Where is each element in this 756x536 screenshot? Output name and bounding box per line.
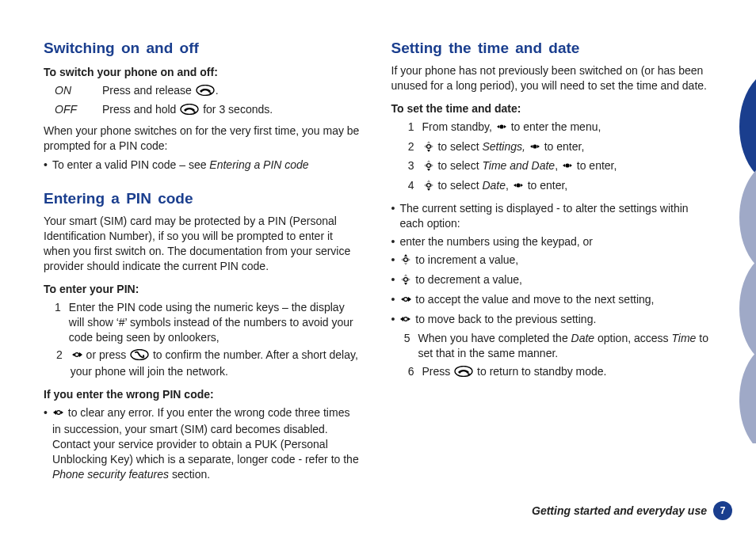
switch-paragraph: When your phone switches on for the very… [44, 124, 361, 154]
nav-up-icon [400, 254, 411, 269]
footer-text: Getting started and everyday use [532, 504, 707, 517]
off-label: OFF [55, 102, 102, 119]
heading-pin: Entering a PIN code [44, 190, 361, 207]
heading-switching: Switching on and off [44, 40, 361, 57]
sub-bullet-back: to move back to the previous setting. [391, 312, 709, 329]
set-time-label: To set the time and date: [391, 101, 709, 116]
right-column: Setting the time and date If your phone … [391, 24, 709, 485]
time-step-6: Press to return to standby mode. [422, 364, 607, 381]
sub-bullet-keypad: enter the numbers using the keypad, or [391, 234, 709, 249]
on-label: ON [55, 83, 102, 100]
sub-bullet-accept: to accept the value and move to the next… [391, 292, 709, 309]
time-paragraph: If your phone has not previously been sw… [391, 63, 709, 93]
current-setting-bullet: The current setting is displayed - to al… [391, 201, 709, 231]
pin-paragraph: Your smart (SIM) card may be protected b… [44, 214, 361, 274]
nav-down-icon [423, 160, 434, 175]
nav-center-icon [513, 180, 524, 195]
nav-right-icon [71, 349, 82, 364]
time-step-5: When you have completed the Date option,… [418, 331, 708, 361]
wrong-pin-bullet: to clear any error. If you enter the wro… [44, 405, 361, 481]
end-key-icon [180, 104, 199, 119]
nav-right-icon [400, 294, 411, 309]
nav-left-icon [53, 407, 64, 422]
page-number: 7 [713, 501, 732, 520]
switch-instruction-label: To switch your phone on and off: [44, 65, 361, 80]
nav-center-icon [529, 141, 540, 156]
end-key-icon [454, 366, 473, 381]
nav-down-icon [423, 180, 434, 195]
time-step-2: to select Settings, to enter, [422, 139, 585, 156]
side-tabs [727, 79, 756, 443]
pin-step-1: Enter the PIN code using the numeric key… [69, 300, 361, 345]
pin-step-2: or press to confirm the number. After a … [71, 348, 361, 379]
left-column: Switching on and off To switch your phon… [44, 24, 361, 485]
nav-down-icon [423, 141, 434, 156]
see-pin-bullet: To enter a valid PIN code – see Entering… [44, 158, 361, 173]
enter-pin-label: To enter your PIN: [44, 282, 361, 297]
end-key-icon [196, 85, 215, 100]
footer: Getting started and everyday use 7 [532, 501, 732, 520]
call-key-icon [130, 349, 149, 364]
on-text: Press and release . [102, 83, 219, 100]
time-step-3: to select Time and Date, to enter, [422, 158, 617, 175]
wrong-pin-label: If you enter the wrong PIN code: [44, 387, 361, 402]
off-text: Press and hold for 3 seconds. [102, 102, 273, 119]
heading-time: Setting the time and date [391, 40, 709, 57]
nav-left-icon [400, 314, 411, 329]
sub-bullet-increment: to increment a value, [391, 253, 709, 269]
nav-center-icon [496, 121, 507, 136]
nav-down-icon [400, 274, 411, 289]
sub-bullet-decrement: to decrement a value, [391, 272, 709, 289]
nav-center-icon [562, 160, 573, 175]
time-step-4: to select Date, to enter, [422, 178, 568, 195]
time-step-1: From standby, to enter the menu, [422, 120, 601, 136]
